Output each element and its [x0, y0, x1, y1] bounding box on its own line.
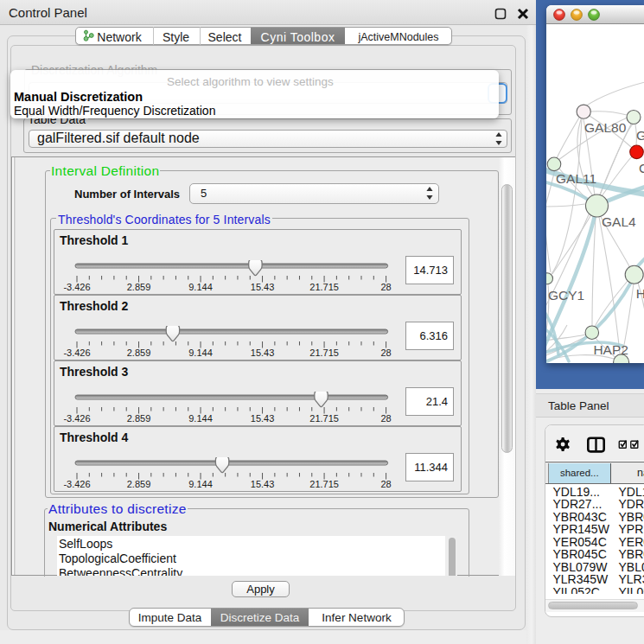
- svg-text:2.859: 2.859: [127, 479, 151, 489]
- svg-text:15.43: 15.43: [251, 479, 275, 489]
- svg-text:GAL11: GAL11: [556, 171, 596, 186]
- svg-text:21.715: 21.715: [309, 479, 339, 489]
- svg-text:2.859: 2.859: [127, 282, 151, 292]
- svg-text:28: 28: [380, 413, 391, 424]
- svg-text:GA: GA: [636, 128, 644, 143]
- svg-text:9.144: 9.144: [188, 413, 213, 424]
- svg-text:28: 28: [380, 282, 391, 292]
- svg-text:15.43: 15.43: [251, 282, 275, 292]
- svg-text:2.859: 2.859: [127, 413, 151, 424]
- svg-text:GCY1: GCY1: [548, 288, 584, 303]
- svg-text:GAL4: GAL4: [602, 214, 636, 229]
- svg-text:-3.426: -3.426: [63, 479, 90, 489]
- svg-text:28: 28: [380, 479, 391, 489]
- svg-text:C: C: [639, 161, 644, 175]
- svg-text:-3.426: -3.426: [63, 413, 90, 424]
- svg-text:9.144: 9.144: [188, 479, 213, 489]
- svg-text:21.715: 21.715: [309, 413, 339, 424]
- svg-text:HAP2: HAP2: [593, 342, 628, 357]
- svg-text:H: H: [636, 286, 644, 301]
- svg-text:15.43: 15.43: [251, 413, 275, 424]
- svg-text:-3.426: -3.426: [63, 348, 90, 358]
- svg-text:21.715: 21.715: [309, 282, 339, 292]
- svg-text:GAL80: GAL80: [584, 120, 627, 135]
- svg-text:15.43: 15.43: [251, 348, 275, 358]
- svg-text:28: 28: [380, 348, 391, 358]
- svg-text:-3.426: -3.426: [63, 282, 90, 292]
- svg-text:21.715: 21.715: [309, 348, 339, 358]
- svg-text:9.144: 9.144: [188, 282, 213, 292]
- svg-text:9.144: 9.144: [188, 348, 213, 358]
- svg-text:2.859: 2.859: [127, 348, 151, 358]
